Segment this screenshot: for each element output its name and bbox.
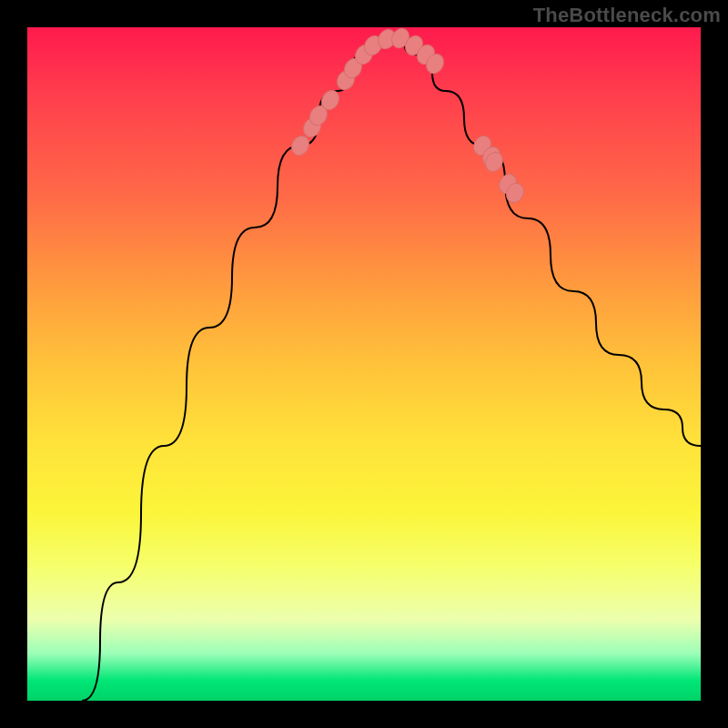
marker-group [288,25,527,206]
plot-area [27,27,701,701]
watermark-text: TheBottleneck.com [533,4,721,27]
bottleneck-curve [82,38,701,701]
chart-frame: TheBottleneck.com [0,0,728,728]
curve-layer [27,27,701,701]
